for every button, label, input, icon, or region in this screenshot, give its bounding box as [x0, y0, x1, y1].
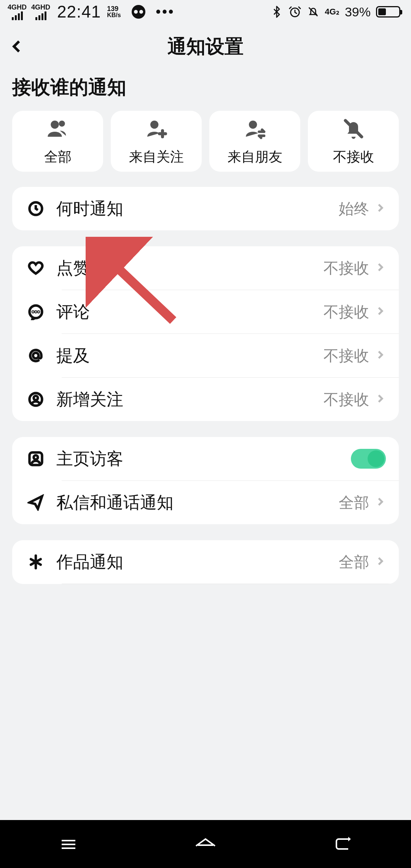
- card-works: 作品通知 全部: [12, 540, 399, 584]
- like-label: 点赞: [56, 257, 90, 279]
- svg-point-12: [34, 396, 38, 400]
- new-follow-label: 新增关注: [56, 388, 123, 411]
- mention-value: 不接收: [323, 345, 369, 366]
- nav-home-button[interactable]: [137, 820, 274, 868]
- row-mention[interactable]: 提及 不接收: [12, 334, 399, 377]
- comment-value: 不接收: [323, 302, 369, 322]
- person-circle-icon: [25, 391, 46, 408]
- row-works-notify[interactable]: 作品通知 全部: [12, 540, 399, 584]
- section-heading-source: 接收谁的通知: [0, 69, 411, 111]
- source-follow-label: 来自关注: [129, 148, 184, 166]
- bluetooth-icon: [270, 5, 283, 18]
- mention-label: 提及: [56, 345, 90, 367]
- wechat-icon: [132, 5, 145, 19]
- dnd-bell-icon: [307, 5, 320, 18]
- svg-point-1: [51, 120, 59, 128]
- dm-label: 私信和通话通知: [56, 491, 174, 514]
- dm-value: 全部: [339, 492, 369, 513]
- notification-source-tiles: 全部 来自关注 来自朋友 不接收: [0, 111, 411, 187]
- when-label: 何时通知: [56, 198, 123, 220]
- person-square-icon: [25, 450, 46, 467]
- person-swap-icon: [243, 116, 267, 142]
- source-all-tile[interactable]: 全部: [12, 111, 103, 172]
- chevron-right-icon: [374, 349, 386, 362]
- chevron-right-icon: [374, 262, 386, 274]
- status-bar: 4GHD 4GHD 22:41 139 KB/s ••• 4G₂ 39%: [0, 0, 411, 24]
- when-value: 始终: [339, 198, 369, 219]
- network-type: 4G₂: [325, 7, 339, 17]
- row-comment[interactable]: 评论 不接收: [12, 290, 399, 333]
- person-plus-icon: [144, 116, 169, 142]
- card-visitor-dm: 主页访客 私信和通话通知 全部: [12, 437, 399, 524]
- row-when-notify[interactable]: 何时通知 始终: [12, 187, 399, 230]
- works-label: 作品通知: [56, 551, 123, 573]
- source-friends-label: 来自朋友: [228, 148, 282, 166]
- clock-icon: [25, 200, 46, 217]
- svg-point-7: [33, 311, 33, 312]
- source-none-label: 不接收: [333, 148, 374, 166]
- row-new-follow[interactable]: 新增关注 不接收: [12, 378, 399, 421]
- row-profile-visitor[interactable]: 主页访客: [12, 437, 399, 480]
- source-none-tile[interactable]: 不接收: [308, 111, 399, 172]
- sparkle-icon: [25, 554, 46, 570]
- card-interactions: 点赞 不接收 评论 不接收 提及 不接收: [12, 246, 399, 421]
- battery-percent: 39%: [345, 5, 371, 19]
- works-value: 全部: [339, 552, 369, 573]
- bell-off-icon: [341, 116, 366, 142]
- visitor-toggle[interactable]: [351, 449, 386, 469]
- page-title: 通知设置: [0, 34, 411, 59]
- chevron-right-icon: [374, 555, 386, 568]
- comment-label: 评论: [56, 301, 90, 323]
- svg-point-14: [34, 455, 38, 460]
- page-header: 通知设置: [0, 24, 411, 69]
- chevron-right-icon: [374, 305, 386, 318]
- svg-point-8: [35, 311, 36, 312]
- nav-back-button[interactable]: [274, 820, 411, 868]
- at-icon: [25, 347, 46, 364]
- visitor-label: 主页访客: [56, 448, 123, 470]
- net-speed: 139 KB/s: [107, 5, 121, 18]
- row-dm-call[interactable]: 私信和通话通知 全部: [12, 481, 399, 524]
- svg-point-2: [59, 120, 65, 126]
- nav-recent-button[interactable]: [0, 820, 137, 868]
- new-follow-value: 不接收: [323, 389, 369, 410]
- chevron-right-icon: [374, 393, 386, 406]
- people-icon: [46, 116, 70, 142]
- chevron-right-icon: [374, 202, 386, 215]
- source-all-label: 全部: [44, 148, 72, 166]
- more-status-icon: •••: [156, 8, 175, 15]
- back-button[interactable]: [0, 24, 34, 69]
- svg-point-4: [249, 120, 257, 128]
- row-like[interactable]: 点赞 不接收: [12, 246, 399, 290]
- like-value: 不接收: [323, 258, 369, 279]
- comment-icon: [25, 303, 46, 320]
- system-nav-bar: [0, 820, 411, 868]
- battery-icon: [376, 6, 400, 18]
- chevron-right-icon: [374, 496, 386, 509]
- paper-plane-icon: [25, 494, 46, 511]
- alarm-icon: [288, 5, 301, 18]
- source-follow-tile[interactable]: 来自关注: [111, 111, 202, 172]
- signal-1: 4GHD: [8, 4, 27, 20]
- svg-point-9: [38, 311, 39, 312]
- status-time: 22:41: [57, 2, 101, 21]
- heart-icon: [25, 260, 46, 276]
- svg-point-3: [150, 120, 158, 128]
- source-friends-tile[interactable]: 来自朋友: [209, 111, 300, 172]
- signal-2: 4GHD: [31, 4, 50, 20]
- card-when: 何时通知 始终: [12, 187, 399, 230]
